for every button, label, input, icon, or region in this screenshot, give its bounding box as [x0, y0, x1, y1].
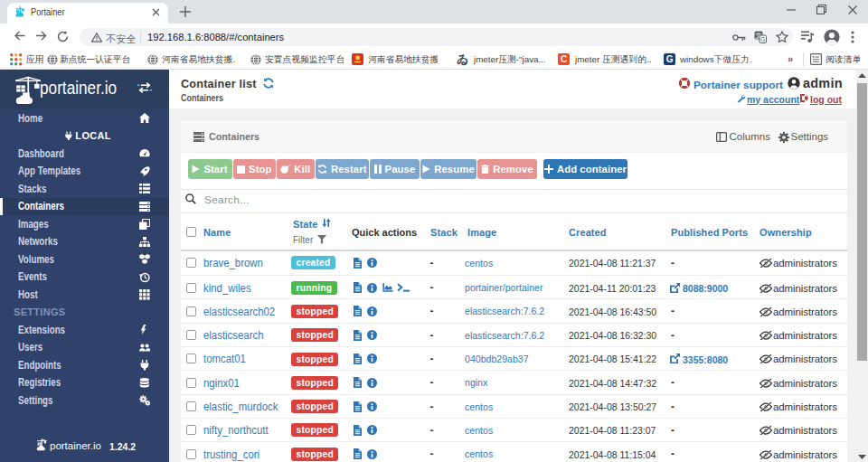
svg-text:C: C [561, 54, 567, 64]
svg-text:G: G [760, 36, 765, 42]
svg-text:G: G [666, 54, 674, 64]
